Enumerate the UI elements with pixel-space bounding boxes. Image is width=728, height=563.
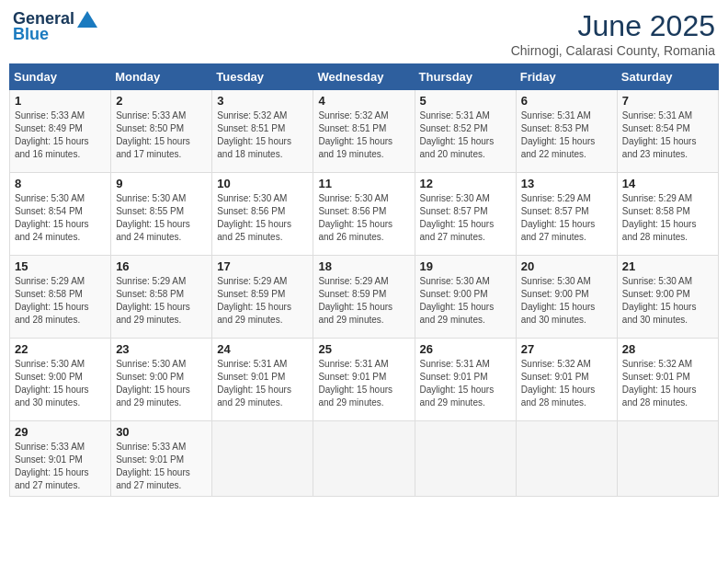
calendar-cell: 10Sunrise: 5:30 AM Sunset: 8:56 PM Dayli… [212, 173, 313, 256]
day-number: 23 [116, 342, 207, 356]
day-number: 14 [622, 177, 713, 190]
calendar-cell: 4Sunrise: 5:32 AM Sunset: 8:51 PM Daylig… [313, 90, 415, 173]
day-number: 29 [15, 425, 106, 439]
day-number: 24 [217, 342, 308, 356]
day-info: Sunrise: 5:30 AM Sunset: 8:55 PM Dayligh… [116, 192, 207, 244]
calendar-cell: 18Sunrise: 5:29 AM Sunset: 8:59 PM Dayli… [313, 256, 415, 339]
calendar-cell: 27Sunrise: 5:32 AM Sunset: 9:01 PM Dayli… [516, 339, 617, 421]
calendar-cell: 13Sunrise: 5:29 AM Sunset: 8:57 PM Dayli… [516, 173, 617, 256]
day-info: Sunrise: 5:32 AM Sunset: 9:01 PM Dayligh… [521, 358, 612, 409]
calendar-cell: 24Sunrise: 5:31 AM Sunset: 9:01 PM Dayli… [212, 339, 313, 421]
calendar-cell: 7Sunrise: 5:31 AM Sunset: 8:54 PM Daylig… [617, 90, 718, 173]
day-number: 5 [420, 94, 511, 108]
day-info: Sunrise: 5:30 AM Sunset: 8:56 PM Dayligh… [217, 192, 308, 244]
calendar-cell: 16Sunrise: 5:29 AM Sunset: 8:58 PM Dayli… [111, 256, 212, 339]
header: General Blue June 2025 Chirnogi, Calaras… [9, 9, 719, 58]
day-number: 21 [622, 259, 713, 273]
calendar-cell: 19Sunrise: 5:30 AM Sunset: 9:00 PM Dayli… [415, 256, 516, 339]
day-info: Sunrise: 5:33 AM Sunset: 8:50 PM Dayligh… [116, 109, 207, 161]
day-info: Sunrise: 5:30 AM Sunset: 8:56 PM Dayligh… [318, 192, 409, 244]
calendar-cell [617, 421, 718, 497]
day-number: 28 [622, 342, 713, 356]
calendar-cell [516, 421, 617, 497]
calendar-cell [415, 421, 516, 497]
day-number: 3 [217, 94, 308, 108]
calendar-cell: 1Sunrise: 5:33 AM Sunset: 8:49 PM Daylig… [10, 90, 111, 173]
calendar-cell: 14Sunrise: 5:29 AM Sunset: 8:58 PM Dayli… [617, 173, 718, 256]
day-info: Sunrise: 5:32 AM Sunset: 8:51 PM Dayligh… [318, 109, 409, 161]
day-info: Sunrise: 5:29 AM Sunset: 8:59 PM Dayligh… [217, 275, 308, 327]
calendar-cell: 8Sunrise: 5:30 AM Sunset: 8:54 PM Daylig… [10, 173, 111, 256]
day-number: 7 [622, 94, 713, 108]
day-number: 15 [15, 259, 106, 273]
calendar-cell: 11Sunrise: 5:30 AM Sunset: 8:56 PM Dayli… [313, 173, 415, 256]
day-info: Sunrise: 5:29 AM Sunset: 8:57 PM Dayligh… [521, 192, 612, 244]
day-number: 8 [15, 177, 106, 190]
day-number: 10 [217, 177, 308, 190]
day-number: 16 [116, 259, 207, 273]
weekday-header-thursday: Thursday [415, 64, 516, 90]
day-info: Sunrise: 5:30 AM Sunset: 9:00 PM Dayligh… [420, 275, 511, 327]
calendar-cell: 12Sunrise: 5:30 AM Sunset: 8:57 PM Dayli… [415, 173, 516, 256]
calendar-cell: 5Sunrise: 5:31 AM Sunset: 8:52 PM Daylig… [415, 90, 516, 173]
calendar-week-row: 22Sunrise: 5:30 AM Sunset: 9:00 PM Dayli… [10, 339, 719, 421]
weekday-header-monday: Monday [111, 64, 212, 90]
weekday-header-sunday: Sunday [10, 64, 111, 90]
day-info: Sunrise: 5:31 AM Sunset: 9:01 PM Dayligh… [318, 358, 409, 409]
calendar-cell: 22Sunrise: 5:30 AM Sunset: 9:00 PM Dayli… [10, 339, 111, 421]
calendar-cell: 21Sunrise: 5:30 AM Sunset: 9:00 PM Dayli… [617, 256, 718, 339]
calendar-week-row: 1Sunrise: 5:33 AM Sunset: 8:49 PM Daylig… [10, 90, 719, 173]
day-number: 27 [521, 342, 612, 356]
day-info: Sunrise: 5:29 AM Sunset: 8:58 PM Dayligh… [622, 192, 713, 244]
calendar-cell: 29Sunrise: 5:33 AM Sunset: 9:01 PM Dayli… [10, 421, 111, 497]
day-info: Sunrise: 5:30 AM Sunset: 8:57 PM Dayligh… [420, 192, 511, 244]
day-number: 12 [420, 177, 511, 190]
weekday-header-saturday: Saturday [617, 64, 718, 90]
calendar-cell: 25Sunrise: 5:31 AM Sunset: 9:01 PM Dayli… [313, 339, 415, 421]
day-info: Sunrise: 5:32 AM Sunset: 8:51 PM Dayligh… [217, 109, 308, 161]
calendar: SundayMondayTuesdayWednesdayThursdayFrid… [9, 63, 719, 497]
day-number: 26 [420, 342, 511, 356]
weekday-header-row: SundayMondayTuesdayWednesdayThursdayFrid… [10, 64, 719, 90]
calendar-week-row: 15Sunrise: 5:29 AM Sunset: 8:58 PM Dayli… [10, 256, 719, 339]
calendar-cell: 26Sunrise: 5:31 AM Sunset: 9:01 PM Dayli… [415, 339, 516, 421]
calendar-week-row: 8Sunrise: 5:30 AM Sunset: 8:54 PM Daylig… [10, 173, 719, 256]
day-number: 18 [318, 259, 409, 273]
calendar-cell: 15Sunrise: 5:29 AM Sunset: 8:58 PM Dayli… [10, 256, 111, 339]
day-info: Sunrise: 5:30 AM Sunset: 9:00 PM Dayligh… [116, 358, 207, 409]
calendar-cell: 6Sunrise: 5:31 AM Sunset: 8:53 PM Daylig… [516, 90, 617, 173]
weekday-header-wednesday: Wednesday [313, 64, 415, 90]
calendar-cell: 9Sunrise: 5:30 AM Sunset: 8:55 PM Daylig… [111, 173, 212, 256]
day-info: Sunrise: 5:31 AM Sunset: 9:01 PM Dayligh… [217, 358, 308, 409]
day-number: 11 [318, 177, 409, 190]
calendar-cell: 30Sunrise: 5:33 AM Sunset: 9:01 PM Dayli… [111, 421, 212, 497]
day-info: Sunrise: 5:31 AM Sunset: 9:01 PM Dayligh… [420, 358, 511, 409]
day-info: Sunrise: 5:32 AM Sunset: 9:01 PM Dayligh… [622, 358, 713, 409]
day-info: Sunrise: 5:30 AM Sunset: 9:00 PM Dayligh… [521, 275, 612, 327]
logo-icon [77, 11, 97, 28]
day-info: Sunrise: 5:30 AM Sunset: 9:00 PM Dayligh… [15, 358, 106, 409]
day-number: 22 [15, 342, 106, 356]
day-number: 13 [521, 177, 612, 190]
calendar-week-row: 29Sunrise: 5:33 AM Sunset: 9:01 PM Dayli… [10, 421, 719, 497]
day-number: 25 [318, 342, 409, 356]
logo-blue-text: Blue [13, 25, 49, 44]
day-number: 30 [116, 425, 207, 439]
day-info: Sunrise: 5:33 AM Sunset: 9:01 PM Dayligh… [15, 441, 106, 492]
day-info: Sunrise: 5:33 AM Sunset: 9:01 PM Dayligh… [116, 441, 207, 492]
day-number: 4 [318, 94, 409, 108]
day-number: 1 [15, 94, 106, 108]
day-number: 9 [116, 177, 207, 190]
weekday-header-friday: Friday [516, 64, 617, 90]
calendar-cell [212, 421, 313, 497]
logo: General Blue [13, 9, 97, 44]
calendar-cell: 2Sunrise: 5:33 AM Sunset: 8:50 PM Daylig… [111, 90, 212, 173]
day-number: 20 [521, 259, 612, 273]
day-info: Sunrise: 5:31 AM Sunset: 8:52 PM Dayligh… [420, 109, 511, 161]
calendar-cell: 23Sunrise: 5:30 AM Sunset: 9:00 PM Dayli… [111, 339, 212, 421]
location-title: Chirnogi, Calarasi County, Romania [511, 43, 715, 58]
calendar-cell: 20Sunrise: 5:30 AM Sunset: 9:00 PM Dayli… [516, 256, 617, 339]
month-title: June 2025 [511, 9, 715, 43]
day-number: 6 [521, 94, 612, 108]
day-info: Sunrise: 5:29 AM Sunset: 8:59 PM Dayligh… [318, 275, 409, 327]
